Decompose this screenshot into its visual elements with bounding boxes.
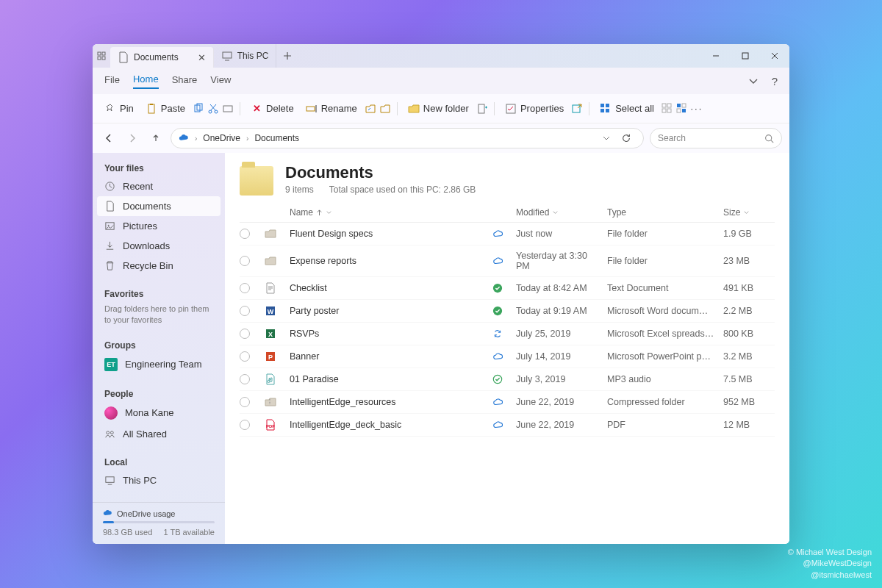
column-name[interactable]: Name bbox=[290, 207, 487, 218]
column-modified[interactable]: Modified bbox=[516, 207, 601, 218]
help-icon[interactable]: ? bbox=[772, 75, 778, 87]
search-box[interactable]: Search bbox=[650, 128, 782, 148]
file-type: Microsoft Excel spreads… bbox=[607, 329, 717, 339]
menu-view[interactable]: View bbox=[210, 74, 231, 88]
copy-icon[interactable] bbox=[193, 103, 204, 115]
svg-rect-16 bbox=[573, 105, 580, 112]
rename-button[interactable]: Rename bbox=[301, 100, 362, 118]
move-to-icon[interactable] bbox=[365, 103, 376, 115]
minimize-button[interactable] bbox=[701, 44, 731, 68]
file-row[interactable]: 01 Paradise July 3, 2019 MP3 audio 7.5 M… bbox=[240, 368, 775, 391]
file-row[interactable]: IntelligentEdge_resources June 22, 2019 … bbox=[240, 391, 775, 414]
sidebar-item-label: Mona Kane bbox=[125, 407, 174, 418]
select-circle[interactable] bbox=[240, 397, 250, 407]
select-none-icon[interactable] bbox=[662, 103, 673, 115]
file-type: MP3 audio bbox=[607, 374, 717, 384]
sidebar-item-all-shared[interactable]: All Shared bbox=[93, 424, 225, 444]
cut-icon[interactable] bbox=[207, 103, 219, 115]
file-row[interactable]: W Party poster Today at 9:19 AM Microsof… bbox=[240, 300, 775, 323]
file-row[interactable]: Fluent Design specs Just now File folder… bbox=[240, 223, 775, 245]
delete-button[interactable]: ✕Delete bbox=[246, 100, 298, 118]
sidebar-item-label: Recycle Bin bbox=[123, 260, 173, 271]
sidebar-heading-your-files: Your files bbox=[93, 160, 225, 176]
file-row[interactable]: P Banner July 14, 2019 Microsoft PowerPo… bbox=[240, 345, 775, 368]
file-row[interactable]: X RSVPs July 25, 2019 Microsoft Excel sp… bbox=[240, 323, 775, 345]
chevron-down-icon[interactable] bbox=[602, 134, 611, 143]
refresh-button[interactable] bbox=[617, 133, 636, 143]
select-circle[interactable] bbox=[240, 329, 250, 339]
status-sync-icon bbox=[492, 329, 503, 339]
file-size: 3.2 MB bbox=[723, 351, 775, 362]
select-circle[interactable] bbox=[240, 351, 250, 362]
svg-rect-18 bbox=[606, 104, 609, 107]
breadcrumb-current[interactable]: Documents bbox=[254, 133, 299, 143]
column-type[interactable]: Type bbox=[607, 207, 717, 218]
sidebar-item-person[interactable]: Mona Kane bbox=[93, 402, 225, 424]
status-cloud-icon bbox=[492, 229, 503, 239]
favorites-hint: Drag folders here to pin them to your fa… bbox=[93, 302, 225, 327]
copy-to-icon[interactable] bbox=[379, 103, 391, 115]
properties-button[interactable]: Properties bbox=[501, 100, 568, 118]
tab-close-icon[interactable]: ✕ bbox=[198, 52, 206, 63]
file-row[interactable]: PDF IntelligentEdge_deck_basic June 22, … bbox=[240, 414, 775, 437]
pin-button[interactable]: Pin bbox=[100, 100, 138, 118]
collapse-ribbon-icon[interactable] bbox=[748, 76, 759, 86]
svg-rect-4 bbox=[223, 52, 232, 58]
status-check-icon bbox=[492, 306, 503, 316]
document-icon bbox=[118, 51, 129, 63]
menu-home[interactable]: Home bbox=[133, 74, 159, 89]
sidebar-item-group[interactable]: ET Engineering Team bbox=[93, 354, 225, 376]
sidebar-item-downloads[interactable]: Downloads bbox=[93, 236, 225, 256]
maximize-button[interactable] bbox=[731, 44, 760, 68]
tab-documents[interactable]: Documents ✕ bbox=[110, 47, 214, 68]
select-circle[interactable] bbox=[240, 306, 250, 316]
file-row[interactable]: Expense reports Yesterday at 3:30 PM Fil… bbox=[240, 245, 775, 277]
svg-point-34 bbox=[110, 431, 113, 434]
sidebar-item-recent[interactable]: Recent bbox=[93, 176, 225, 196]
file-name: Expense reports bbox=[290, 256, 487, 266]
menu-file[interactable]: File bbox=[104, 74, 120, 88]
breadcrumb-root[interactable]: OneDrive bbox=[203, 133, 240, 143]
word-icon: W bbox=[265, 305, 276, 317]
svg-rect-20 bbox=[606, 109, 609, 112]
select-circle[interactable] bbox=[240, 256, 250, 266]
copy-path-icon[interactable] bbox=[222, 103, 234, 115]
menu-share[interactable]: Share bbox=[172, 74, 198, 88]
file-type: File folder bbox=[607, 229, 717, 239]
sidebar-item-recycle-bin[interactable]: Recycle Bin bbox=[93, 256, 225, 276]
svg-rect-14 bbox=[478, 104, 484, 113]
svg-rect-7 bbox=[150, 104, 153, 105]
open-icon[interactable] bbox=[571, 103, 583, 115]
window-controls bbox=[701, 44, 789, 68]
sidebar-item-this-pc[interactable]: This PC bbox=[93, 470, 225, 490]
back-button[interactable] bbox=[100, 129, 118, 147]
file-name: Checklist bbox=[290, 283, 487, 293]
tab-this-pc[interactable]: This PC bbox=[214, 44, 277, 68]
new-tab-button[interactable] bbox=[276, 44, 298, 68]
forward-button[interactable] bbox=[123, 129, 141, 147]
file-row[interactable]: Checklist Today at 8:42 AM Text Document… bbox=[240, 277, 775, 300]
column-size[interactable]: Size bbox=[723, 207, 775, 218]
delete-icon: ✕ bbox=[251, 103, 262, 115]
new-folder-button[interactable]: New folder bbox=[404, 100, 473, 118]
close-button[interactable] bbox=[760, 44, 789, 68]
new-item-icon[interactable] bbox=[476, 103, 488, 115]
select-circle[interactable] bbox=[240, 420, 250, 430]
body: Your files RecentDocumentsPicturesDownlo… bbox=[93, 153, 789, 544]
usage-title: OneDrive usage bbox=[117, 509, 176, 518]
paste-button[interactable]: Paste bbox=[141, 100, 190, 118]
invert-selection-icon[interactable] bbox=[676, 103, 688, 115]
select-circle[interactable] bbox=[240, 374, 250, 384]
address-bar[interactable]: › OneDrive › Documents bbox=[171, 128, 644, 148]
more-icon[interactable]: ··· bbox=[691, 103, 703, 115]
select-all-icon bbox=[600, 103, 612, 115]
file-modified: Today at 9:19 AM bbox=[516, 306, 601, 316]
select-all-button[interactable]: Select all bbox=[595, 100, 659, 118]
file-name: Fluent Design specs bbox=[290, 229, 487, 239]
sidebar-item-documents[interactable]: Documents bbox=[97, 196, 220, 216]
file-size: 23 MB bbox=[723, 256, 775, 266]
sidebar-item-pictures[interactable]: Pictures bbox=[93, 216, 225, 236]
select-circle[interactable] bbox=[240, 229, 250, 239]
up-button[interactable] bbox=[147, 129, 165, 147]
select-circle[interactable] bbox=[240, 283, 250, 293]
